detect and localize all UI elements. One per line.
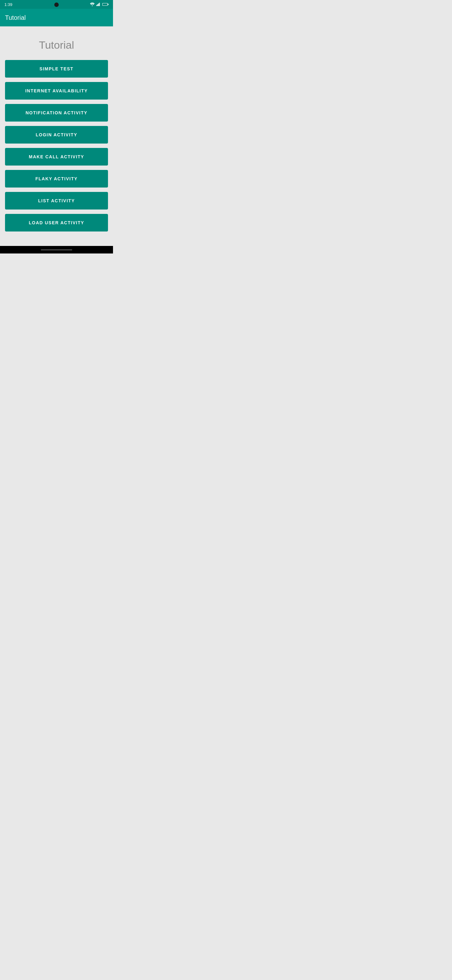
status-icons: [90, 3, 109, 6]
load-user-activity-button[interactable]: LOAD USER ACTIVITY: [5, 214, 108, 231]
notification-activity-button[interactable]: NOTIFICATION ACTIVITY: [5, 104, 108, 122]
app-bar: Tutorial: [0, 9, 113, 26]
bottom-bar: [0, 246, 113, 253]
wifi-icon: [90, 3, 95, 6]
login-activity-button[interactable]: LOGIN ACTIVITY: [5, 126, 108, 143]
buttons-container: SIMPLE TESTINTERNET AVAILABILITYNOTIFICA…: [5, 60, 108, 236]
status-time: 1:39: [5, 2, 12, 7]
status-bar: 1:39: [0, 0, 113, 9]
svg-rect-6: [108, 4, 109, 5]
internet-availability-button[interactable]: INTERNET AVAILABILITY: [5, 82, 108, 100]
app-bar-title: Tutorial: [5, 14, 26, 21]
home-indicator: [41, 250, 72, 250]
flaky-activity-button[interactable]: FLAKY ACTIVITY: [5, 170, 108, 188]
svg-rect-2: [98, 3, 99, 6]
signal-icon: [96, 3, 101, 6]
make-call-activity-button[interactable]: MAKE CALL ACTIVITY: [5, 148, 108, 165]
list-activity-button[interactable]: LIST ACTIVITY: [5, 192, 108, 210]
main-content: Tutorial SIMPLE TESTINTERNET AVAILABILIT…: [0, 26, 113, 246]
battery-icon: [102, 3, 109, 6]
camera-notch: [54, 3, 59, 7]
svg-rect-0: [96, 5, 97, 6]
page-title: Tutorial: [39, 39, 74, 51]
svg-rect-5: [103, 3, 107, 5]
svg-rect-1: [97, 4, 98, 6]
svg-rect-3: [99, 3, 100, 6]
simple-test-button[interactable]: SIMPLE TEST: [5, 60, 108, 78]
